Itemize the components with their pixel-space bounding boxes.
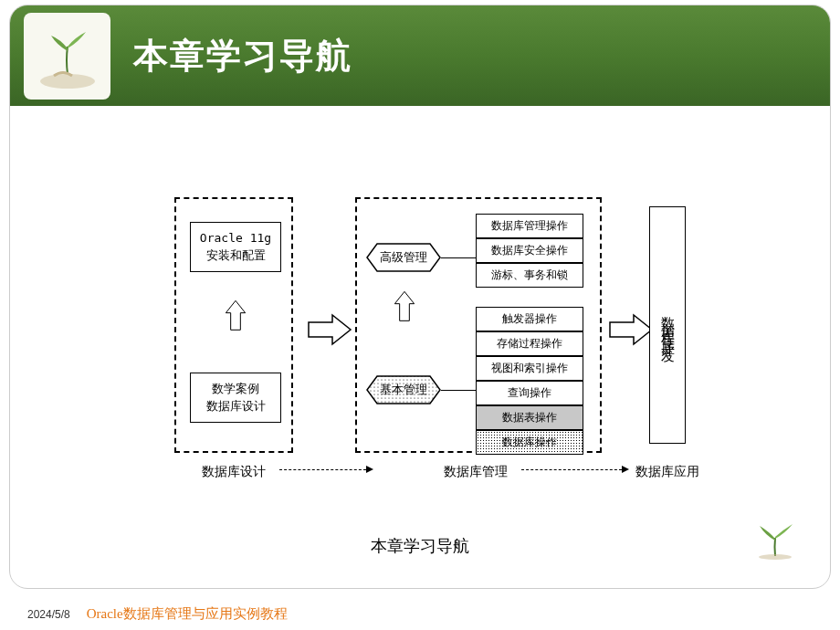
stack-cell: 数据库操作: [476, 430, 583, 455]
col-database-design: Oracle 11g 安装和配置 数学案例 数据库设计: [174, 197, 293, 453]
stack-cell: 触发器操作: [476, 307, 583, 331]
stack-cell-highlighted: 数据表操作: [476, 405, 583, 430]
arrow-up-icon: [217, 299, 254, 336]
col-database-app: 数据库程序开发: [649, 206, 686, 444]
stack-cell: 数据库安全操作: [476, 238, 583, 263]
slide-footer: 2024/5/8 Oracle数据库管理与应用实例教程: [27, 605, 288, 623]
arrow-up-icon: [386, 290, 423, 327]
advanced-ops-stack: 数据库管理操作 数据库安全操作 游标、事务和锁: [476, 214, 583, 288]
slide-header: 本章学习导航: [10, 5, 830, 106]
slide: 本章学习导航 Oracle 11g 安装和配置 数学案例 数据库设计: [9, 5, 831, 589]
connector-line: [441, 390, 476, 391]
hex-advanced: 高级管理: [366, 243, 441, 272]
oracle-line1: Oracle 11g: [200, 230, 271, 247]
svg-point-4: [759, 554, 792, 560]
page-title: 本章学习导航: [133, 33, 352, 79]
label-db-design: 数据库设计: [202, 464, 266, 480]
dash-arrow: [279, 469, 366, 470]
case-design-box: 数学案例 数据库设计: [190, 373, 281, 423]
diagram-caption: 本章学习导航: [10, 535, 830, 557]
arrow-right-icon: [307, 311, 352, 348]
stack-cell: 视图和索引操作: [476, 356, 583, 381]
footer-title: Oracle数据库管理与应用实例教程: [87, 605, 288, 623]
basic-ops-stack: 触发器操作 存储过程操作 视图和索引操作 查询操作 数据表操作 数据库操作: [476, 307, 583, 455]
label-db-app: 数据库应用: [635, 464, 699, 480]
case-line2: 数据库设计: [206, 398, 266, 415]
hex-basic: 基本管理: [366, 375, 441, 404]
label-db-manage: 数据库管理: [444, 464, 508, 480]
plant-illustration: [24, 13, 110, 100]
dash-arrow: [521, 469, 622, 470]
hex-basic-label: 基本管理: [366, 375, 441, 404]
seedling-icon: [31, 19, 104, 92]
stack-cell: 游标、事务和锁: [476, 263, 583, 288]
stack-cell: 数据库管理操作: [476, 214, 583, 238]
connector-line: [441, 257, 476, 258]
case-line1: 数学案例: [212, 381, 259, 397]
stack-cell: 查询操作: [476, 381, 583, 405]
svg-point-0: [40, 74, 95, 89]
hex-advanced-label: 高级管理: [366, 243, 441, 272]
oracle-line2: 安装和配置: [206, 247, 266, 264]
app-dev-text: 数据库程序开发: [659, 306, 677, 344]
diagram: Oracle 11g 安装和配置 数学案例 数据库设计 高级管理: [174, 179, 722, 471]
sprout-icon: [743, 515, 807, 561]
sprout-decoration: [743, 515, 807, 561]
oracle-install-box: Oracle 11g 安装和配置: [190, 222, 281, 272]
arrow-right-icon: [608, 311, 654, 348]
footer-date: 2024/5/8: [27, 608, 70, 621]
stack-cell: 存储过程操作: [476, 331, 583, 356]
